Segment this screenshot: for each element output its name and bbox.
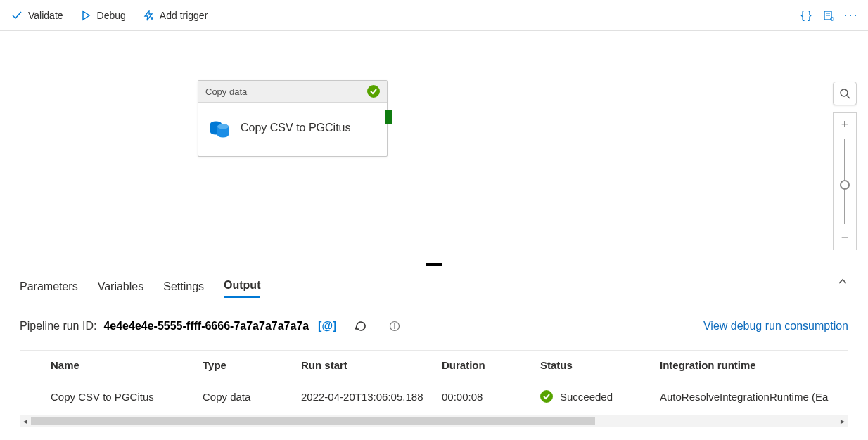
validate-button[interactable]: Validate [11, 10, 63, 21]
zoom-in-button[interactable]: + [833, 112, 857, 136]
cell-status: Succeeded [540, 380, 660, 413]
grid-header-row: Name Type Run start Duration Status Inte… [20, 351, 848, 380]
tab-output[interactable]: Output [224, 275, 260, 298]
cell-type: Copy data [203, 380, 301, 413]
activity-type-label: Copy data [205, 86, 247, 97]
scroll-track[interactable] [31, 417, 837, 425]
collapse-panel-icon[interactable] [837, 276, 848, 290]
cell-integration: AutoResolveIntegrationRuntime (Ea [660, 380, 848, 413]
activity-output-handle[interactable] [385, 110, 392, 124]
canvas-search-button[interactable] [833, 82, 857, 105]
col-run-start[interactable]: Run start [301, 351, 442, 380]
svg-point-10 [841, 89, 848, 96]
success-badge-icon [540, 390, 553, 403]
scroll-thumb[interactable] [31, 417, 595, 425]
run-id-label: Pipeline run ID: [20, 320, 96, 332]
activity-header: Copy data [198, 81, 387, 103]
more-icon[interactable]: ··· [845, 10, 857, 21]
pipeline-canvas[interactable]: Copy data Copy CSV to PGCitus + [0, 31, 868, 266]
success-badge-icon [367, 85, 380, 98]
zoom-track-line [844, 139, 845, 224]
col-status[interactable]: Status [540, 351, 660, 380]
bottom-panel: Parameters Variables Settings Output Pip… [0, 266, 868, 440]
col-name[interactable]: Name [20, 351, 203, 380]
toolbar: Validate Debug Add trigger { } ··· [0, 0, 868, 31]
run-id-row: Pipeline run ID: 4e4e4e4e-5555-ffff-6666… [20, 319, 848, 333]
toolbar-right: { } ··· [800, 10, 857, 21]
database-icon [208, 117, 231, 139]
input-payload-icon[interactable]: [@] [320, 319, 334, 333]
toolbar-left: Validate Debug Add trigger [11, 10, 208, 21]
cell-run-start: 2022-04-20T13:06:05.188 [301, 380, 442, 413]
add-trigger-label: Add trigger [160, 10, 208, 21]
cell-status-text: Succeeded [560, 391, 613, 403]
tab-variables[interactable]: Variables [98, 276, 144, 297]
validate-label: Validate [28, 10, 63, 21]
debug-consumption-link[interactable]: View debug run consumption [703, 320, 848, 332]
table-row[interactable]: Copy CSV to PGCitus Copy data 2022-04-20… [20, 380, 848, 413]
svg-marker-0 [83, 11, 89, 20]
grid-horizontal-scrollbar[interactable]: ◄ ► [20, 415, 848, 427]
zoom-out-button[interactable]: − [833, 226, 857, 250]
activity-name-label: Copy CSV to PGCitus [241, 122, 351, 134]
tab-bar: Parameters Variables Settings Output [20, 275, 848, 298]
output-grid: Name Type Run start Duration Status Inte… [20, 350, 848, 427]
tab-settings[interactable]: Settings [163, 276, 204, 297]
svg-line-11 [847, 96, 850, 98]
debug-label: Debug [97, 10, 126, 21]
svg-point-13 [394, 323, 395, 325]
activity-body: Copy CSV to PGCitus [198, 103, 387, 156]
tab-parameters[interactable]: Parameters [20, 276, 78, 297]
col-type[interactable]: Type [203, 351, 301, 380]
properties-icon[interactable] [823, 10, 834, 21]
debug-button[interactable]: Debug [80, 10, 126, 21]
activity-node[interactable]: Copy data Copy CSV to PGCitus [198, 80, 388, 157]
run-id-value: 4e4e4e4e-5555-ffff-6666-7a7a7a7a7a7a [103, 320, 309, 332]
play-icon [80, 10, 91, 21]
scroll-right-icon[interactable]: ► [837, 418, 848, 425]
refresh-icon[interactable] [354, 319, 368, 333]
cell-duration: 00:00:08 [442, 380, 540, 413]
zoom-thumb[interactable] [840, 180, 850, 190]
scroll-left-icon[interactable]: ◄ [20, 418, 31, 425]
lightning-icon [143, 10, 154, 21]
svg-point-9 [217, 124, 229, 129]
code-icon[interactable]: { } [800, 10, 812, 21]
zoom-slider[interactable] [833, 136, 857, 226]
cell-name: Copy CSV to PGCitus [20, 380, 203, 413]
zoom-rail: + − [833, 82, 857, 250]
col-duration[interactable]: Duration [442, 351, 540, 380]
col-integration[interactable]: Integration runtime [660, 351, 848, 380]
info-icon[interactable] [388, 319, 402, 333]
check-icon [11, 10, 23, 21]
add-trigger-button[interactable]: Add trigger [143, 10, 208, 21]
